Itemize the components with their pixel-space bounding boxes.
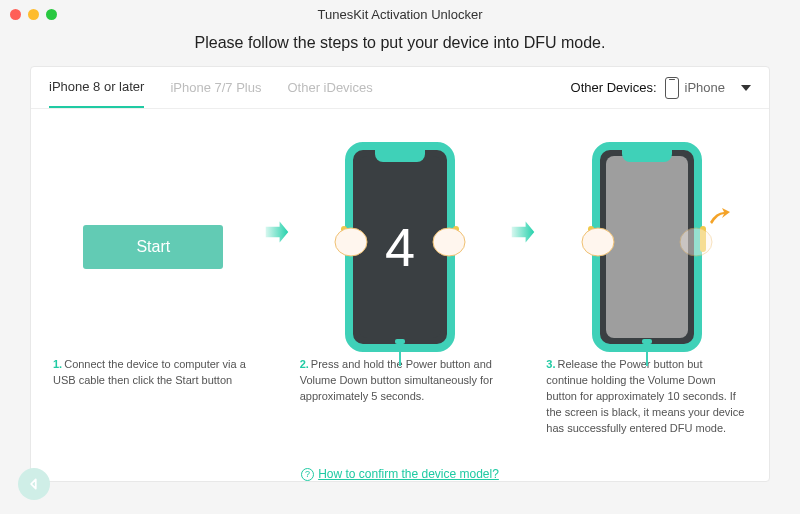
question-icon: ?: [301, 468, 314, 481]
zoom-window-button[interactable]: [46, 9, 57, 20]
arrow-left-icon: [27, 477, 41, 491]
press-hand-left-icon: [331, 220, 371, 260]
phone-illustration-step3: [592, 142, 702, 352]
tab-iphone-7[interactable]: iPhone 7/7 Plus: [170, 68, 261, 107]
arrow-right-icon: [264, 219, 290, 245]
tab-iphone-8-or-later[interactable]: iPhone 8 or later: [49, 67, 144, 108]
step-1-text: 1.Connect the device to computer via a U…: [47, 357, 260, 389]
step-3-col: 3.Release the Power button but continue …: [540, 137, 753, 437]
app-title: TunesKit Activation Unlocker: [0, 7, 800, 22]
main-card: iPhone 8 or later iPhone 7/7 Plus Other …: [30, 66, 770, 482]
close-window-button[interactable]: [10, 9, 21, 20]
back-button[interactable]: [18, 468, 50, 500]
device-select[interactable]: iPhone: [665, 77, 751, 99]
help-link-row: ?How to confirm the device model?: [31, 467, 769, 481]
step-3-text: 3.Release the Power button but continue …: [540, 357, 753, 437]
start-button[interactable]: Start: [83, 225, 223, 269]
device-select-value: iPhone: [685, 80, 725, 95]
svg-point-0: [335, 228, 367, 256]
press-hand-right-icon: [429, 220, 469, 260]
page-instruction: Please follow the steps to put your devi…: [0, 34, 800, 52]
chevron-down-icon: [741, 85, 751, 91]
window-controls: [10, 9, 57, 20]
phone-outline-icon: [665, 77, 679, 99]
tab-other-idevices[interactable]: Other iDevices: [287, 68, 372, 107]
svg-point-1: [433, 228, 465, 256]
arrow-right-icon: [510, 219, 536, 245]
step-1-col: Start 1.Connect the device to computer v…: [47, 137, 260, 389]
title-bar: TunesKit Activation Unlocker: [0, 0, 800, 28]
tab-bar: iPhone 8 or later iPhone 7/7 Plus Other …: [31, 67, 769, 109]
usb-cable-icon: [646, 344, 648, 366]
confirm-model-link[interactable]: How to confirm the device model?: [318, 467, 499, 481]
svg-point-3: [680, 228, 712, 256]
step-2-col: 4 2.Press and hold the Power button and …: [294, 137, 507, 405]
press-hand-left-icon: [578, 220, 618, 260]
release-arrow-icon: [708, 206, 730, 228]
steps-row: Start 1.Connect the device to computer v…: [31, 109, 769, 457]
other-devices-label: Other Devices:: [571, 80, 657, 95]
phone-illustration-step2: 4: [345, 142, 455, 352]
usb-cable-icon: [399, 344, 401, 366]
minimize-window-button[interactable]: [28, 9, 39, 20]
svg-point-2: [582, 228, 614, 256]
